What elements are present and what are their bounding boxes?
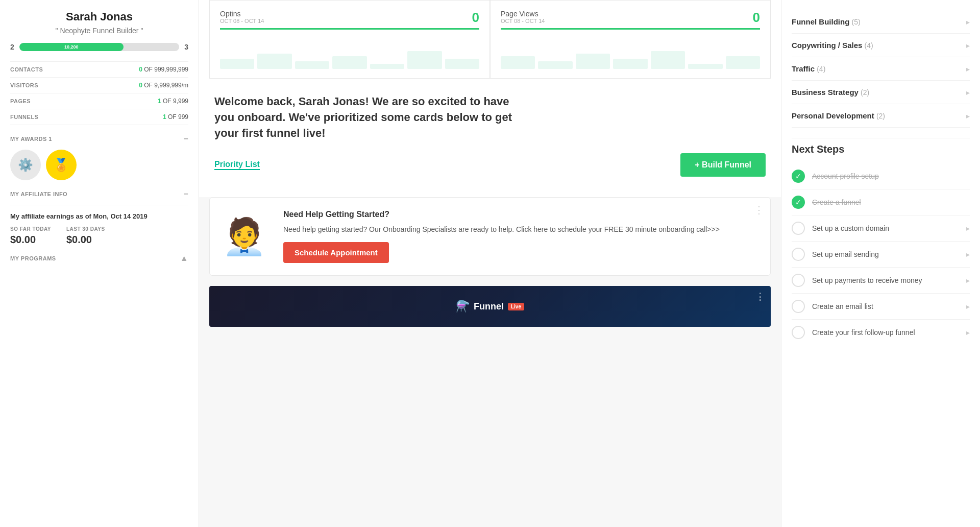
step-label: Account profile setup: [812, 172, 970, 180]
level-row: 2 10,200 3: [10, 43, 188, 51]
pageviews-title: Page Views: [501, 10, 545, 18]
step-arrow-icon: ▸: [966, 276, 970, 284]
left-sidebar: Sarah Jonas " Neophyte Funnel Builder " …: [0, 0, 199, 527]
optins-chart: [220, 28, 479, 69]
category-item[interactable]: Traffic (4) ▸: [792, 57, 970, 81]
help-avatar: 🧑‍💼: [222, 219, 273, 254]
profile-name: Sarah Jonas: [10, 10, 188, 23]
earnings-last30: LAST 30 DAYS $0.00: [66, 226, 105, 246]
optins-title: Optins: [220, 10, 264, 18]
category-item[interactable]: Business Strategy (2) ▸: [792, 81, 970, 104]
help-title: Need Help Getting Started?: [283, 210, 720, 219]
step-item[interactable]: Set up email sending ▸: [792, 242, 970, 268]
step-arrow-icon: ▸: [966, 302, 970, 310]
help-description: Need help getting started? Our Onboardin…: [283, 224, 720, 235]
schedule-appointment-button[interactable]: Schedule Appointment: [283, 242, 389, 263]
affiliate-date: My affiliate earnings as of Mon, Oct 14 …: [10, 212, 188, 220]
earnings-today: SO FAR TODAY $0.00: [10, 226, 51, 246]
pageviews-chart: [501, 28, 760, 69]
step-arrow-icon: ▸: [966, 328, 970, 337]
stats-table: CONTACTS 0 OF 999,999,999 VISITORS 0 OF …: [10, 61, 188, 125]
programs-label: MY PROGRAMS: [10, 255, 56, 261]
awards-toggle[interactable]: −: [183, 134, 188, 143]
optins-value: 0: [472, 10, 479, 26]
award-gear: ⚙️: [10, 150, 41, 180]
next-steps-title: Next Steps: [792, 143, 970, 155]
stat-card-pageviews: Page Views OCT 08 - OCT 14 0: [490, 0, 771, 79]
earnings-row: SO FAR TODAY $0.00 LAST 30 DAYS $0.00: [10, 226, 188, 246]
main-content: Optins OCT 08 - OCT 14 0 Page Views OCT …: [199, 0, 781, 527]
step-label: Set up a custom domain: [812, 224, 959, 232]
build-funnel-button[interactable]: + Build Funnel: [680, 153, 766, 177]
step-circle: [792, 300, 805, 313]
banner-icon: ⚗️: [456, 300, 470, 313]
welcome-section: Welcome back, Sarah Jonas! We are so exc…: [199, 79, 781, 197]
help-card-content: Need Help Getting Started? Need help get…: [283, 210, 720, 263]
category-arrow-icon: ▸: [966, 112, 970, 120]
optins-date: OCT 08 - OCT 14: [220, 18, 264, 24]
banner-badge: Live: [508, 303, 524, 310]
programs-toggle[interactable]: ▲: [180, 254, 188, 263]
step-circle: [792, 222, 805, 235]
last30-label: LAST 30 DAYS: [66, 226, 105, 232]
step-arrow-icon: ▸: [966, 250, 970, 258]
sidebar-divider: [792, 138, 970, 138]
awards-section-header: MY AWARDS 1 −: [10, 134, 188, 143]
step-item[interactable]: Create your first follow-up funnel ▸: [792, 320, 970, 345]
step-item[interactable]: Create an email list ▸: [792, 294, 970, 320]
next-steps-section: Next Steps ✓ Account profile setup ✓ Cre…: [792, 143, 970, 345]
step-label: Create a funnel: [812, 198, 970, 206]
today-label: SO FAR TODAY: [10, 226, 51, 232]
help-card: 🧑‍💼 Need Help Getting Started? Need help…: [209, 197, 771, 276]
today-amount: $0.00: [10, 234, 51, 246]
award-gold: 🏅: [46, 150, 77, 180]
welcome-text: Welcome back, Sarah Jonas! We are so exc…: [214, 94, 521, 141]
last30-amount: $0.00: [66, 234, 105, 246]
profile-tagline: " Neophyte Funnel Builder ": [10, 27, 188, 35]
step-item: ✓ Account profile setup: [792, 163, 970, 189]
awards-label: MY AWARDS 1: [10, 136, 52, 142]
stats-row-visitors: VISITORS 0 OF 9,999,999/m: [10, 78, 188, 93]
step-label: Set up email sending: [812, 250, 959, 258]
awards-row: ⚙️ 🏅: [10, 150, 188, 180]
category-arrow-icon: ▸: [966, 41, 970, 50]
affiliate-section-header: MY AFFILIATE INFO −: [10, 189, 188, 199]
category-item[interactable]: Copywriting / Sales (4) ▸: [792, 34, 970, 57]
level-progress-bar: 10,200: [19, 43, 179, 51]
category-arrow-icon: ▸: [966, 18, 970, 26]
category-item[interactable]: Personal Development (2) ▸: [792, 104, 970, 128]
level-current: 2: [10, 43, 14, 51]
bottom-banner: ⚗️ Funnel Live ⋮: [209, 286, 771, 327]
stats-row-contacts: CONTACTS 0 OF 999,999,999: [10, 62, 188, 78]
pageviews-date: OCT 08 - OCT 14: [501, 18, 545, 24]
level-progress-fill: 10,200: [19, 43, 124, 51]
category-list: Funnel Building (5) ▸ Copywriting / Sale…: [792, 10, 970, 128]
step-circle: ✓: [792, 196, 805, 209]
affiliate-toggle[interactable]: −: [183, 189, 188, 199]
stat-card-optins: Optins OCT 08 - OCT 14 0: [209, 0, 490, 79]
step-circle: [792, 274, 805, 287]
affiliate-label: MY AFFILIATE INFO: [10, 191, 67, 197]
category-arrow-icon: ▸: [966, 88, 970, 97]
category-item[interactable]: Funnel Building (5) ▸: [792, 10, 970, 34]
step-item[interactable]: Set up payments to receive money ▸: [792, 268, 970, 294]
step-circle: ✓: [792, 170, 805, 183]
category-arrow-icon: ▸: [966, 65, 970, 73]
step-label: Set up payments to receive money: [812, 276, 959, 284]
steps-list: ✓ Account profile setup ✓ Create a funne…: [792, 163, 970, 345]
stats-row-funnels: FUNNELS 1 OF 999: [10, 109, 188, 125]
stats-row-pages: PAGES 1 OF 9,999: [10, 93, 188, 109]
step-arrow-icon: ▸: [966, 224, 970, 232]
action-row: Priority List + Build Funnel: [214, 153, 766, 177]
level-next: 3: [184, 43, 188, 51]
banner-menu[interactable]: ⋮: [755, 291, 765, 302]
step-label: Create your first follow-up funnel: [812, 328, 959, 337]
step-item[interactable]: Set up a custom domain ▸: [792, 215, 970, 242]
priority-list-link[interactable]: Priority List: [214, 160, 260, 170]
affiliate-section: My affiliate earnings as of Mon, Oct 14 …: [10, 205, 188, 246]
step-item: ✓ Create a funnel: [792, 189, 970, 215]
programs-section-header: MY PROGRAMS ▲: [10, 254, 188, 263]
right-sidebar: Funnel Building (5) ▸ Copywriting / Sale…: [781, 0, 980, 527]
pageviews-value: 0: [753, 10, 760, 26]
help-card-menu[interactable]: ⋮: [754, 204, 764, 216]
